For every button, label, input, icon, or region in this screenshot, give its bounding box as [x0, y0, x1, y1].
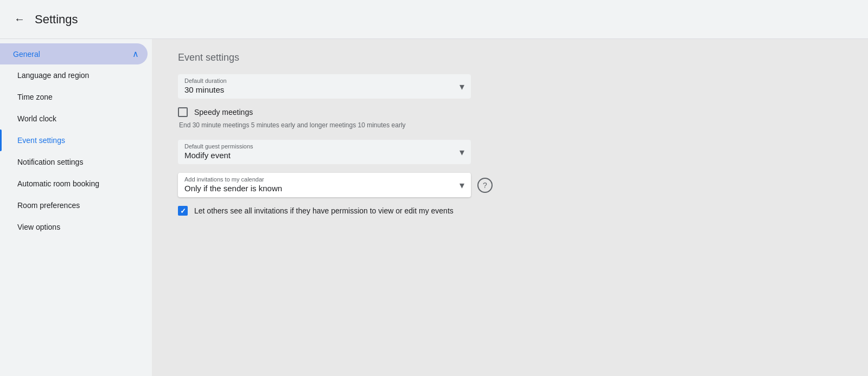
speedy-meetings-row: Speedy meetings	[178, 107, 842, 117]
sidebar-sub-items: Language and regionTime zoneWorld clockE…	[0, 64, 152, 238]
add-invitations-dropdown[interactable]: Add invitations to my calendar Only if t…	[178, 173, 471, 197]
sidebar-item-eventsettings[interactable]: Event settings	[0, 129, 152, 151]
speedy-meetings-hint: End 30 minute meetings 5 minutes early a…	[179, 121, 842, 129]
add-invitations-value: Only if the sender is known	[184, 184, 282, 193]
default-duration-label: Default duration	[184, 77, 464, 84]
default-duration-dropdown[interactable]: Default duration 30 minutes ▾	[178, 74, 471, 99]
sidebar-item-roomprefs[interactable]: Room preferences	[0, 195, 152, 216]
sidebar-item-language[interactable]: Language and region	[0, 64, 152, 86]
add-invitations-label: Add invitations to my calendar	[184, 176, 464, 183]
header: ← Settings	[0, 0, 868, 39]
speedy-meetings-label: Speedy meetings	[194, 108, 253, 116]
section-title: Event settings	[178, 52, 842, 63]
main-content: Event settings Default duration 30 minut…	[152, 39, 868, 376]
main-layout: General ∧ Language and regionTime zoneWo…	[0, 39, 868, 376]
sidebar-item-general[interactable]: General ∧	[0, 43, 148, 64]
help-icon[interactable]: ?	[477, 178, 493, 193]
default-duration-value: 30 minutes	[184, 85, 224, 94]
default-guest-value: Modify event	[184, 151, 231, 160]
chevron-up-icon: ∧	[132, 49, 139, 59]
sidebar-item-worldclock[interactable]: World clock	[0, 108, 152, 129]
speedy-meetings-checkbox[interactable]	[178, 107, 188, 117]
sidebar-item-timezone[interactable]: Time zone	[0, 86, 152, 108]
chevron-down-icon-3: ▾	[459, 179, 464, 191]
default-guest-dropdown[interactable]: Default guest permissions Modify event ▾	[178, 140, 471, 164]
default-guest-label: Default guest permissions	[184, 143, 464, 150]
let-others-label: Let others see all invitations if they h…	[194, 206, 454, 217]
sidebar: General ∧ Language and regionTime zoneWo…	[0, 39, 152, 376]
sidebar-item-notification[interactable]: Notification settings	[0, 151, 152, 173]
page-title: Settings	[35, 12, 78, 27]
sidebar-item-viewoptions[interactable]: View options	[0, 216, 152, 238]
let-others-checkbox[interactable]	[178, 206, 188, 216]
invitation-row: Add invitations to my calendar Only if t…	[178, 173, 842, 197]
let-others-row: Let others see all invitations if they h…	[178, 206, 842, 217]
back-button[interactable]: ←	[13, 13, 26, 26]
sidebar-item-autoroom[interactable]: Automatic room booking	[0, 173, 152, 195]
chevron-down-icon: ▾	[459, 81, 464, 93]
sidebar-general-label: General	[13, 50, 40, 59]
chevron-down-icon-2: ▾	[459, 146, 464, 158]
